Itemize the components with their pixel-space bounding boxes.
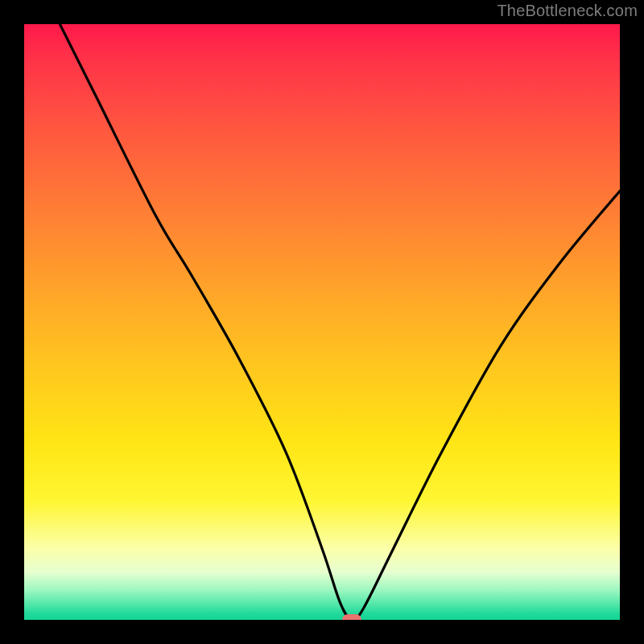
chart-frame: TheBottleneck.com [0,0,644,644]
minimum-marker [342,614,361,620]
plot-area [24,24,620,620]
bottleneck-curve [24,24,620,620]
watermark-text: TheBottleneck.com [497,2,638,20]
